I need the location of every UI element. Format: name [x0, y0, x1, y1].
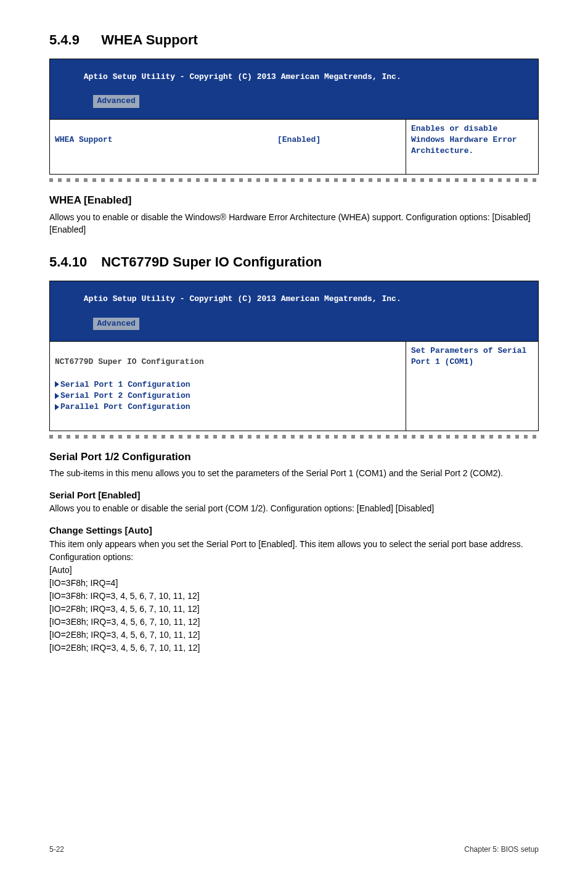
footer-page-number: 5-22	[49, 844, 64, 855]
tear-edge-decor	[49, 435, 539, 439]
tear-edge-decor	[49, 178, 539, 182]
serial-subheading: Serial Port 1/2 Configuration	[49, 450, 539, 464]
submenu-arrow-icon	[55, 404, 59, 410]
section-number: 5.4.9	[49, 31, 97, 50]
section-number: 5.4.10	[49, 253, 97, 272]
bios-tab-advanced: Advanced	[93, 318, 139, 330]
bios-body: NCT6779D Super IO Configuration Serial P…	[50, 341, 538, 430]
bios-help-pane: Set Parameters of Serial Port 1 (COM1)	[406, 342, 538, 430]
bios-submenu-item: Serial Port 2 Configuration	[60, 391, 190, 400]
submenu-arrow-icon	[55, 381, 59, 387]
bios-panel-nct: Aptio Setup Utility - Copyright (C) 2013…	[49, 281, 539, 431]
bios-header: Aptio Setup Utility - Copyright (C) 2013…	[50, 59, 538, 119]
config-option: [Auto]	[49, 565, 72, 575]
whea-paragraph: Allows you to enable or disable the Wind…	[49, 212, 539, 236]
whea-subheading: WHEA [Enabled]	[49, 193, 539, 208]
serial-intro-paragraph: The sub-items in this menu allows you to…	[49, 468, 539, 480]
bios-body: WHEA Support[Enabled] Enables or disable…	[50, 119, 538, 175]
bios-left-pane: NCT6779D Super IO Configuration Serial P…	[50, 342, 406, 430]
serial-port-heading: Serial Port [Enabled]	[49, 489, 539, 501]
bios-item-value: [Enabled]	[277, 134, 401, 146]
section-title: WHEA Support	[101, 32, 198, 47]
config-option: [IO=3F8h; IRQ=4]	[49, 578, 118, 588]
section-heading-nct: 5.4.10 NCT6779D Super IO Configuration	[49, 253, 539, 272]
bios-panel-whea: Aptio Setup Utility - Copyright (C) 2013…	[49, 59, 539, 175]
serial-description: Serial Port 1/2 Configuration The sub-it…	[49, 450, 539, 654]
change-settings-block: This item only appears when you set the …	[49, 538, 539, 654]
config-option: [IO=3F8h: IRQ=3, 4, 5, 6, 7, 10, 11, 12]	[49, 591, 200, 601]
whea-description: WHEA [Enabled] Allows you to enable or d…	[49, 193, 539, 236]
config-option: [IO=2E8h; IRQ=3, 4, 5, 6, 7, 10, 11, 12]	[49, 643, 200, 653]
change-settings-intro: This item only appears when you set the …	[49, 539, 523, 562]
change-settings-heading: Change Settings [Auto]	[49, 524, 539, 537]
page-footer: 5-22 Chapter 5: BIOS setup	[49, 840, 539, 855]
footer-chapter: Chapter 5: BIOS setup	[464, 844, 539, 855]
submenu-arrow-icon	[55, 393, 59, 399]
bios-item-key: WHEA Support	[55, 134, 277, 146]
serial-port-paragraph: Allows you to enable or disable the seri…	[49, 503, 539, 515]
bios-header-text: Aptio Setup Utility - Copyright (C) 2013…	[74, 294, 401, 303]
bios-submenu-item: Parallel Port Configuration	[60, 402, 190, 411]
section-title: NCT6779D Super IO Configuration	[101, 254, 322, 270]
config-option: [IO=3E8h; IRQ=3, 4, 5, 6, 7, 10, 11, 12]	[49, 617, 200, 627]
bios-help-pane: Enables or disable Windows Hardware Erro…	[406, 120, 538, 175]
config-option: [IO=2F8h; IRQ=3, 4, 5, 6, 7, 10, 11, 12]	[49, 604, 200, 614]
config-option: [IO=2E8h; IRQ=3, 4, 5, 6, 7, 10, 11, 12]	[49, 630, 200, 640]
bios-left-pane: WHEA Support[Enabled]	[50, 120, 406, 175]
section-heading-whea: 5.4.9 WHEA Support	[49, 31, 539, 50]
bios-submenu-item: Serial Port 1 Configuration	[60, 380, 190, 389]
bios-header-text: Aptio Setup Utility - Copyright (C) 2013…	[74, 72, 401, 81]
bios-tab-advanced: Advanced	[93, 95, 139, 107]
bios-header: Aptio Setup Utility - Copyright (C) 2013…	[50, 281, 538, 341]
bios-left-heading: NCT6779D Super IO Configuration	[55, 357, 204, 366]
